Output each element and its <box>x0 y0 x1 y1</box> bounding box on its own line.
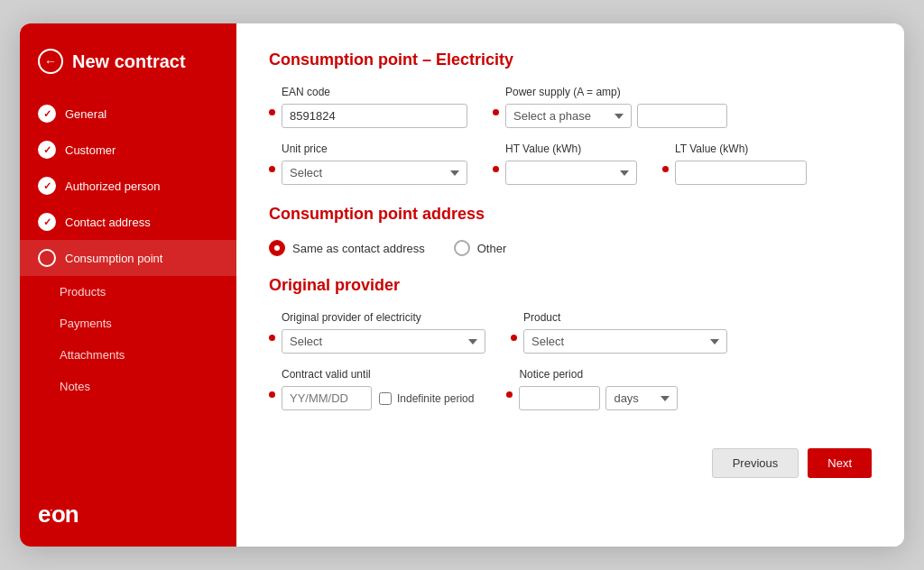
notice-period-label: Notice period <box>519 368 678 381</box>
sidebar: ← New contract General Customer Authoriz… <box>20 23 236 547</box>
form-row-2: Unit price Select HT Value (kWh) LT Valu… <box>269 142 872 185</box>
sidebar-title: New contract <box>72 51 186 72</box>
product-select[interactable]: Select <box>523 329 727 354</box>
contract-valid-group: Contract valid until Indefinite period <box>269 368 474 410</box>
previous-button[interactable]: Previous <box>712 448 799 478</box>
nav-label-payments: Payments <box>60 317 112 330</box>
contract-date-input[interactable] <box>282 386 372 410</box>
sidebar-item-products[interactable]: Products <box>20 276 236 308</box>
logo-text: e·on <box>38 501 79 528</box>
indefinite-period-group: Indefinite period <box>379 392 474 405</box>
nav-icon-contact <box>38 213 56 231</box>
radio-group: Same as contact address Other <box>269 240 872 256</box>
lt-value-group: LT Value (kWh) <box>662 142 807 185</box>
form-row-1: EAN code Power supply (A = amp) Select a… <box>269 86 872 128</box>
nav-icon-customer <box>38 141 56 159</box>
back-arrow-icon: ← <box>44 55 57 68</box>
radio-same-label: Same as contact address <box>292 242 425 255</box>
sidebar-item-general[interactable]: General <box>20 96 236 132</box>
sidebar-item-authorized[interactable]: Authorized person <box>20 168 236 204</box>
nav-label-attachments: Attachments <box>60 348 125 362</box>
power-supply-select[interactable]: Select a phase 1 phase 3 phase <box>505 104 632 128</box>
ean-group: EAN code <box>269 86 467 128</box>
form-row-3: Original provider of electricity Select … <box>269 311 872 354</box>
sidebar-nav: General Customer Authorized person Conta… <box>20 96 236 486</box>
ean-label: EAN code <box>282 86 467 98</box>
sidebar-item-consumption[interactable]: Consumption point <box>20 240 236 276</box>
form-row-4: Contract valid until Indefinite period N… <box>269 368 872 410</box>
original-provider-select[interactable]: Select <box>282 329 485 354</box>
section2-title: Consumption point address <box>269 205 872 224</box>
radio-same[interactable]: Same as contact address <box>269 240 425 256</box>
section1-title: Consumption point – Electricity <box>269 51 872 69</box>
notice-days-select[interactable]: days weeks months <box>605 386 678 410</box>
footer-buttons: Previous Next <box>269 439 872 478</box>
radio-other[interactable]: Other <box>454 240 507 256</box>
nav-label-authorized: Authorized person <box>65 179 161 193</box>
nav-icon-authorized <box>38 177 56 195</box>
notice-period-group: Notice period days weeks months <box>506 368 678 410</box>
notice-period-input[interactable] <box>519 386 600 410</box>
nav-label-notes: Notes <box>60 380 90 393</box>
notice-period-row: days weeks months <box>519 386 678 410</box>
original-provider-group: Original provider of electricity Select <box>269 311 485 354</box>
eon-logo: e·on <box>20 486 236 529</box>
product-group: Product Select <box>511 311 727 354</box>
ean-input[interactable] <box>282 104 467 128</box>
contract-valid-label: Contract valid until <box>282 368 474 381</box>
contract-valid-row: Indefinite period <box>282 386 474 410</box>
ht-value-group: HT Value (kWh) <box>493 142 637 185</box>
sidebar-item-customer[interactable]: Customer <box>20 132 236 168</box>
back-button[interactable]: ← <box>38 49 63 74</box>
lt-value-input[interactable] <box>675 161 807 185</box>
radio-other-btn[interactable] <box>454 240 470 256</box>
radio-same-btn[interactable] <box>269 240 285 256</box>
unit-price-select[interactable]: Select <box>282 161 467 185</box>
main-content: Consumption point – Electricity EAN code… <box>236 23 904 547</box>
indefinite-label: Indefinite period <box>397 392 474 405</box>
original-section: Original provider Original provider of e… <box>269 276 872 410</box>
ht-value-select[interactable] <box>505 161 637 185</box>
nav-icon-general <box>38 105 56 123</box>
nav-icon-consumption <box>38 249 56 267</box>
ht-value-label: HT Value (kWh) <box>505 142 637 155</box>
sidebar-item-contact[interactable]: Contact address <box>20 204 236 240</box>
next-button[interactable]: Next <box>808 448 872 478</box>
nav-label-customer: Customer <box>65 143 116 157</box>
radio-other-label: Other <box>477 242 507 255</box>
power-supply-group: Power supply (A = amp) Select a phase 1 … <box>493 86 799 128</box>
section3-title: Original provider <box>269 276 872 295</box>
address-section: Consumption point address Same as contac… <box>269 205 872 256</box>
nav-label-consumption: Consumption point <box>65 252 162 265</box>
unit-price-group: Unit price Select <box>269 142 467 185</box>
sidebar-item-payments[interactable]: Payments <box>20 308 236 339</box>
lt-value-label: LT Value (kWh) <box>675 142 807 155</box>
nav-label-products: Products <box>60 285 106 299</box>
power-supply-label: Power supply (A = amp) <box>505 86 799 98</box>
power-amp-input[interactable] <box>637 104 727 128</box>
indefinite-checkbox[interactable] <box>379 392 392 405</box>
sidebar-item-notes[interactable]: Notes <box>20 371 236 402</box>
nav-label-contact: Contact address <box>65 216 151 229</box>
sidebar-item-attachments[interactable]: Attachments <box>20 339 236 371</box>
unit-price-label: Unit price <box>282 142 467 155</box>
nav-label-general: General <box>65 107 106 121</box>
power-supply-row: Select a phase 1 phase 3 phase <box>505 104 799 128</box>
sidebar-header: ← New contract <box>20 23 236 96</box>
original-provider-label: Original provider of electricity <box>282 311 485 324</box>
product-label: Product <box>523 311 727 324</box>
